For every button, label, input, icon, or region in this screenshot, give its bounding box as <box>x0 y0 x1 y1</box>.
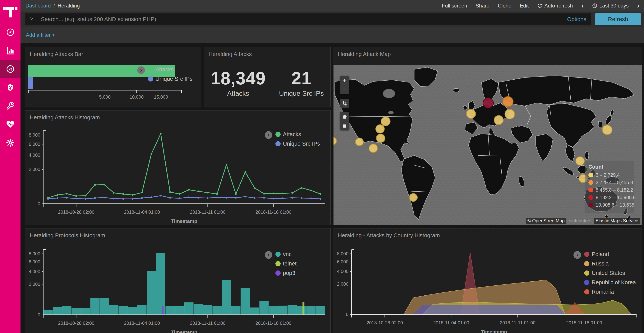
map-crop-button[interactable] <box>340 99 349 108</box>
map-draw-rectangle-button[interactable] <box>340 121 349 130</box>
attacks-bar-legend: ›AttacksUnique Src IPs <box>137 66 192 85</box>
legend-toggle-icon[interactable]: › <box>574 251 581 259</box>
map-legend-item: 3 – 2,729.4 <box>588 172 630 178</box>
attacks-histogram-legend: ›AttacksUnique Src IPs <box>265 131 320 150</box>
wrench-icon <box>6 102 15 110</box>
share-button[interactable]: Share <box>476 3 489 9</box>
breadcrumb-dashboard-link[interactable]: Dashboard <box>26 3 51 9</box>
legend-label: Romania <box>592 289 614 295</box>
sidebar-item-dashboard[interactable] <box>0 60 20 78</box>
legend-label: Unique Src IPs <box>156 76 192 82</box>
add-filter-button[interactable]: Add a filter + <box>26 32 56 38</box>
refresh-button[interactable]: Refresh <box>595 13 641 25</box>
legend-label: 3 – 2,729.4 <box>596 172 620 178</box>
legend-item[interactable]: Republic of Korea <box>584 279 636 286</box>
svg-text:8,000: 8,000 <box>29 132 40 138</box>
map-controls: + − <box>340 76 349 130</box>
sidebar-item-management[interactable] <box>0 134 20 152</box>
auto-refresh-button[interactable]: Auto-refresh <box>537 3 573 9</box>
map-zoom-in-button[interactable]: + <box>340 76 349 85</box>
svg-text:Timestamp: Timestamp <box>171 218 198 224</box>
svg-text:15,000: 15,000 <box>154 94 168 100</box>
country-histogram-legend: ›PolandRussiaUnited StatesRepublic of Ko… <box>574 251 636 298</box>
svg-text:2018-10-28 02:00: 2018-10-28 02:00 <box>58 320 94 326</box>
legend-toggle-icon[interactable]: › <box>265 251 272 259</box>
time-next-button[interactable]: › <box>637 2 640 9</box>
sidebar-item-visualize[interactable] <box>0 42 20 60</box>
legend-color-dot <box>276 270 280 276</box>
map-zoom-out-button[interactable]: − <box>340 85 349 94</box>
legend-color-dot <box>276 261 280 266</box>
telekom-logo[interactable] <box>0 0 20 23</box>
legend-color-dot <box>588 173 593 177</box>
legend-item[interactable]: Attacks <box>276 131 320 138</box>
legend-item[interactable]: telnet <box>276 260 296 267</box>
svg-text:2018-11-04 01:00: 2018-11-04 01:00 <box>124 320 160 326</box>
edit-button[interactable]: Edit <box>520 3 529 9</box>
plus-icon: + <box>52 32 56 38</box>
panel-heralding-attack-map: Heralding Attack Map <box>333 47 642 225</box>
ems-attribution[interactable]: Elastic Maps Service <box>594 218 640 224</box>
legend-label: 5,455.8 – 8,182.2 <box>596 187 633 193</box>
crop-icon <box>342 101 347 106</box>
protocols-histogram-legend: ›vnctelnetpop3 <box>265 251 296 279</box>
search-options-link[interactable]: Options <box>567 16 586 23</box>
sidebar-item-dev-tools[interactable] <box>0 97 20 115</box>
telekom-t-icon <box>3 5 18 19</box>
legend-item[interactable]: Unique Src IPs <box>276 141 320 147</box>
kibana-dashboard: Dashboard / Heralding Full screen Share … <box>0 0 644 333</box>
legend-item[interactable]: Poland <box>584 251 636 257</box>
map-draw-polygon-button[interactable] <box>340 112 349 121</box>
metric-attacks: 18,349 Attacks <box>211 68 266 97</box>
osm-attribution[interactable]: © OpenStreetMap <box>526 218 566 224</box>
map-legend-item: 8,182.2 – 10,908.6 <box>588 195 630 200</box>
sidebar-item-discover[interactable] <box>0 23 20 42</box>
clone-button[interactable]: Clone <box>498 3 511 9</box>
legend-color-dot <box>276 132 280 137</box>
legend-toggle-icon[interactable]: › <box>265 131 272 139</box>
legend-toggle-icon[interactable]: › <box>137 66 145 74</box>
search-input[interactable] <box>41 16 563 23</box>
legend-label: telnet <box>283 260 296 267</box>
panel-attacks-by-country-histogram: Heralding - Attacks by Country Histogram… <box>333 228 642 333</box>
legend-label: vnc <box>283 251 292 257</box>
panel-heralding-attacks-histogram: Heralding Attacks Histogram 02,0004,0006… <box>25 110 330 225</box>
svg-text:2,000: 2,000 <box>29 167 40 172</box>
sidebar-item-timelion[interactable] <box>0 78 20 97</box>
legend-item[interactable]: vnc <box>276 251 296 257</box>
legend-color-dot <box>148 67 153 72</box>
world-map[interactable]: + − <box>334 65 642 225</box>
svg-text:8,000: 8,000 <box>29 251 40 256</box>
svg-text:2018-10-28 02:00: 2018-10-28 02:00 <box>58 209 94 215</box>
clock-icon <box>592 3 598 9</box>
legend-label: United States <box>592 270 625 276</box>
legend-color-dot <box>276 252 280 257</box>
legend-color-dot <box>588 188 593 192</box>
dashboard-grid: Heralding Attacks Bar 5,00010,00015,000 … <box>20 43 644 333</box>
svg-text:4,000: 4,000 <box>337 269 348 274</box>
legend-item[interactable]: Unique Src IPs <box>148 76 192 82</box>
time-prev-button[interactable]: ‹ <box>581 2 584 9</box>
svg-text:2018-10-28 02:00: 2018-10-28 02:00 <box>367 320 403 325</box>
full-screen-button[interactable]: Full screen <box>442 3 467 9</box>
legend-item[interactable]: Attacks <box>148 66 192 73</box>
legend-color-dot <box>584 289 590 294</box>
metric-unique-src-ips: 21 Unique Src IPs <box>279 68 324 97</box>
panel-title: Heralding Attacks <box>204 47 330 61</box>
legend-item[interactable]: Romania <box>584 289 636 295</box>
time-range-picker[interactable]: Last 30 days <box>592 3 629 9</box>
svg-text:6,000: 6,000 <box>29 259 40 264</box>
attacks-histogram-chart: 02,0004,0006,0008,0002018-10-28 02:00201… <box>25 111 330 225</box>
protocols-histogram-chart: 02,0004,0006,0008,0002018-10-28 02:00201… <box>25 228 330 333</box>
lion-icon <box>6 83 15 92</box>
legend-color-dot <box>584 280 590 285</box>
legend-item[interactable]: pop3 <box>276 270 296 276</box>
legend-label: 10,908.6 – 13,635 <box>596 202 634 208</box>
sidebar-item-monitoring[interactable] <box>0 115 20 134</box>
svg-text:0: 0 <box>346 312 348 317</box>
legend-item[interactable]: United States <box>584 270 636 276</box>
sidebar <box>0 0 20 333</box>
legend-item[interactable]: Russia <box>584 260 636 267</box>
legend-label: Poland <box>592 251 609 257</box>
svg-text:Timestamp: Timestamp <box>481 329 507 333</box>
